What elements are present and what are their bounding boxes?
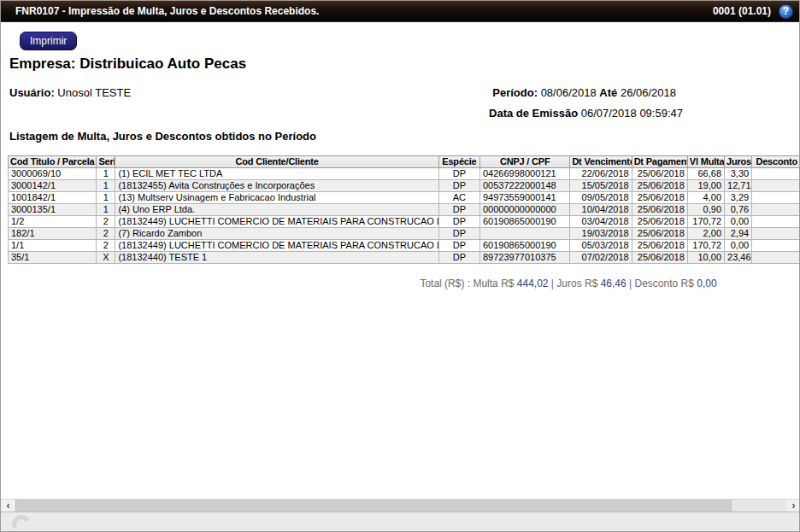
user-label: Usuário:	[9, 86, 55, 99]
table-cell: 2,00	[687, 228, 724, 240]
table-row: 182/12(7) Ricardo ZambonDP19/03/201825/0…	[9, 228, 800, 240]
table-cell: AC	[438, 192, 479, 204]
scroll-right-icon[interactable]: ›	[786, 500, 800, 512]
table-cell: 10/04/2018	[570, 204, 632, 216]
column-header: Desconto	[752, 156, 800, 168]
table-row: 3000142/11(18132455) Avita Construções e…	[9, 180, 800, 192]
table-cell	[752, 240, 800, 252]
table-cell	[480, 228, 570, 240]
table-cell: 0,00	[725, 216, 752, 228]
total-label: Multa R$	[473, 278, 516, 289]
table-cell: 25/06/2018	[632, 240, 687, 252]
table-cell: DP	[438, 252, 479, 264]
version-label: 0001 (01.01)	[713, 5, 771, 17]
table-cell: 66,68	[687, 168, 724, 180]
table-cell: 25/06/2018	[632, 204, 687, 216]
table-cell: (13) Multserv Usinagem e Fabricacao Indu…	[115, 192, 438, 204]
print-button[interactable]: Imprimir	[20, 32, 77, 50]
emission-label: Data de Emissão	[489, 107, 578, 120]
total-prefix: Total (R$) :	[420, 278, 473, 289]
table-row: 35/1X(18132440) TESTE 1DP897239770103750…	[9, 252, 800, 264]
total-label: Juros R$	[556, 278, 600, 289]
table-cell: 3000069/10	[9, 168, 97, 180]
table-cell: 3000142/1	[9, 180, 97, 192]
table-cell: 00000000000000	[480, 204, 570, 216]
total-separator: |	[626, 278, 635, 289]
table-row: 3000069/101(1) ECIL MET TEC LTDADP042669…	[9, 168, 800, 180]
table-cell: 03/04/2018	[570, 216, 632, 228]
table-cell: 1001842/1	[9, 192, 97, 204]
table-cell	[752, 204, 800, 216]
total-value: 46,46	[601, 278, 626, 289]
help-icon[interactable]: ?	[779, 4, 793, 19]
table-cell	[752, 228, 800, 240]
emission-line: Data de Emissão 06/07/2018 09:59:47	[489, 107, 683, 120]
table-cell: 4,00	[687, 192, 724, 204]
table-cell: 25/06/2018	[632, 216, 687, 228]
horizontal-scrollbar[interactable]: ‹ ›	[1, 499, 800, 512]
table-cell: (1) ECIL MET TEC LTDA	[115, 168, 438, 180]
table-cell: 19,00	[687, 180, 724, 192]
period-start: 08/06/2018	[541, 86, 597, 99]
status-footer	[1, 512, 800, 532]
column-header: Cod Cliente/Cliente	[115, 156, 438, 168]
table-cell: 1	[97, 180, 115, 192]
column-header: Cod Titulo / Parcela	[9, 156, 97, 168]
table-cell: 1/2	[9, 216, 97, 228]
table-header-row: Cod Titulo / ParcelaSerieCod Cliente/Cli…	[9, 156, 800, 168]
totals: Total (R$) : Multa R$ 444,02 | Juros R$ …	[420, 278, 716, 289]
table-cell: 1	[97, 204, 115, 216]
table-cell: 12,71	[725, 180, 752, 192]
table-cell: (18132455) Avita Construções e Incorpora…	[115, 180, 438, 192]
period-label: Período:	[492, 86, 538, 99]
table-cell: 22/06/2018	[570, 168, 632, 180]
table-cell: 0,00	[725, 240, 752, 252]
company-label: Empresa:	[9, 56, 75, 72]
emission-value: 06/07/2018 09:59:47	[581, 107, 683, 120]
scroll-left-icon[interactable]: ‹	[1, 500, 15, 512]
table-cell: X	[97, 252, 115, 264]
table-cell: 07/02/2018	[570, 252, 632, 264]
table-cell: 0,90	[687, 204, 724, 216]
table-cell: 10,00	[687, 252, 724, 264]
table-cell: 3,29	[725, 192, 752, 204]
scrollbar-thumb[interactable]	[15, 500, 732, 512]
table-cell: (18132449) LUCHETTI COMERCIO DE MATERIAI…	[115, 240, 438, 252]
table-cell: 25/06/2018	[632, 228, 687, 240]
table-cell: 04266998000121	[480, 168, 570, 180]
table-cell: 15/05/2018	[570, 180, 632, 192]
table-cell: 94973559000141	[480, 192, 570, 204]
table-cell	[752, 192, 800, 204]
table-cell: 60190865000190	[480, 240, 570, 252]
column-header: Dt Pagamento	[632, 156, 687, 168]
report-table: Cod Titulo / ParcelaSerieCod Cliente/Cli…	[8, 155, 800, 264]
column-header: Juros	[725, 156, 752, 168]
table-cell: DP	[438, 228, 479, 240]
column-header: Dt Vencimento	[570, 156, 632, 168]
table-cell: 2	[97, 228, 115, 240]
table-row: 1/22(18132449) LUCHETTI COMERCIO DE MATE…	[9, 216, 800, 228]
column-header: CNPJ / CPF	[480, 156, 570, 168]
table-cell: 25/06/2018	[632, 168, 687, 180]
total-label: Desconto R$	[635, 278, 697, 289]
table-cell: (18132440) TESTE 1	[115, 252, 438, 264]
period-until-label: Até	[599, 86, 617, 99]
table-cell: 25/06/2018	[632, 252, 687, 264]
table-cell: 60190865000190	[480, 216, 570, 228]
total-value: 444,02	[517, 278, 549, 289]
period-line: Período: 08/06/2018 Até 26/06/2018	[492, 86, 676, 99]
titlebar: FNR0107 - Impressão de Multa, Juros e De…	[1, 1, 799, 22]
table-cell: 1	[97, 168, 115, 180]
table-cell: DP	[438, 216, 479, 228]
app-window: FNR0107 - Impressão de Multa, Juros e De…	[0, 0, 800, 532]
table-cell: 2	[97, 240, 115, 252]
table-cell: 2,94	[725, 228, 752, 240]
table-cell: DP	[438, 204, 479, 216]
table-cell	[752, 180, 800, 192]
page-title: FNR0107 - Impressão de Multa, Juros e De…	[15, 5, 713, 17]
table-cell: 0,76	[725, 204, 752, 216]
table-cell: 19/03/2018	[570, 228, 632, 240]
table-cell: 23,46	[725, 252, 752, 264]
period-end: 26/06/2018	[621, 86, 676, 99]
table-cell: DP	[438, 180, 479, 192]
